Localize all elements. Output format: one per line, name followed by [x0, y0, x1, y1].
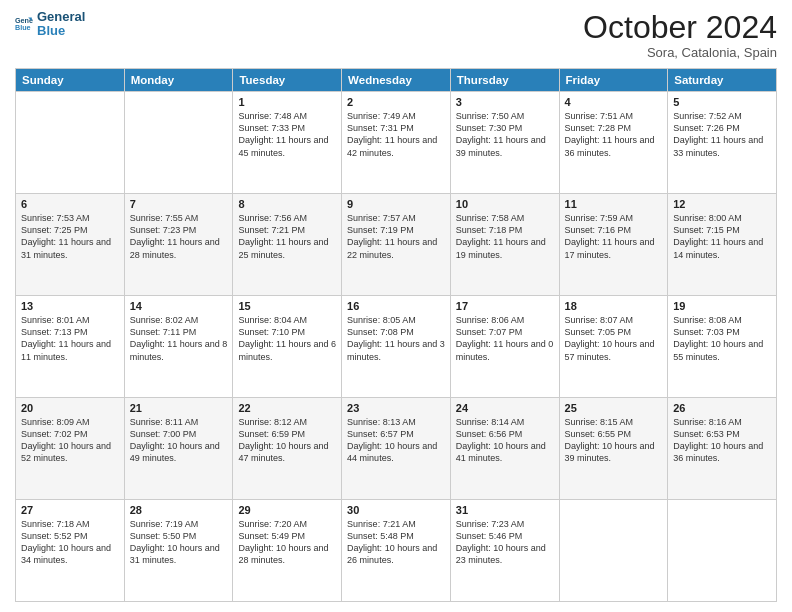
day-number: 31 [456, 504, 554, 516]
day-number: 5 [673, 96, 771, 108]
day-number: 22 [238, 402, 336, 414]
calendar-week-row: 1Sunrise: 7:48 AMSunset: 7:33 PMDaylight… [16, 92, 777, 194]
day-info: Sunrise: 7:21 AMSunset: 5:48 PMDaylight:… [347, 519, 437, 565]
header: General Blue General Blue October 2024 S… [15, 10, 777, 60]
day-info: Sunrise: 7:59 AMSunset: 7:16 PMDaylight:… [565, 213, 655, 259]
calendar-cell: 17Sunrise: 8:06 AMSunset: 7:07 PMDayligh… [450, 296, 559, 398]
day-info: Sunrise: 8:13 AMSunset: 6:57 PMDaylight:… [347, 417, 437, 463]
day-info: Sunrise: 8:06 AMSunset: 7:07 PMDaylight:… [456, 315, 554, 361]
weekday-header: Friday [559, 69, 668, 92]
calendar-cell: 9Sunrise: 7:57 AMSunset: 7:19 PMDaylight… [342, 194, 451, 296]
calendar-cell: 6Sunrise: 7:53 AMSunset: 7:25 PMDaylight… [16, 194, 125, 296]
day-number: 17 [456, 300, 554, 312]
title-block: October 2024 Sora, Catalonia, Spain [583, 10, 777, 60]
calendar-cell: 25Sunrise: 8:15 AMSunset: 6:55 PMDayligh… [559, 398, 668, 500]
calendar-cell: 15Sunrise: 8:04 AMSunset: 7:10 PMDayligh… [233, 296, 342, 398]
logo-general: General [37, 10, 85, 24]
day-info: Sunrise: 7:56 AMSunset: 7:21 PMDaylight:… [238, 213, 328, 259]
logo-blue: Blue [37, 24, 85, 38]
day-info: Sunrise: 7:18 AMSunset: 5:52 PMDaylight:… [21, 519, 111, 565]
calendar-header-row: SundayMondayTuesdayWednesdayThursdayFrid… [16, 69, 777, 92]
calendar-week-row: 20Sunrise: 8:09 AMSunset: 7:02 PMDayligh… [16, 398, 777, 500]
day-info: Sunrise: 7:48 AMSunset: 7:33 PMDaylight:… [238, 111, 328, 157]
calendar-cell: 4Sunrise: 7:51 AMSunset: 7:28 PMDaylight… [559, 92, 668, 194]
day-info: Sunrise: 8:09 AMSunset: 7:02 PMDaylight:… [21, 417, 111, 463]
weekday-header: Wednesday [342, 69, 451, 92]
weekday-header: Tuesday [233, 69, 342, 92]
day-number: 4 [565, 96, 663, 108]
calendar-cell: 20Sunrise: 8:09 AMSunset: 7:02 PMDayligh… [16, 398, 125, 500]
day-number: 14 [130, 300, 228, 312]
day-number: 24 [456, 402, 554, 414]
calendar-cell: 14Sunrise: 8:02 AMSunset: 7:11 PMDayligh… [124, 296, 233, 398]
day-number: 21 [130, 402, 228, 414]
day-number: 3 [456, 96, 554, 108]
svg-text:Blue: Blue [15, 23, 31, 32]
day-info: Sunrise: 7:58 AMSunset: 7:18 PMDaylight:… [456, 213, 546, 259]
calendar-cell: 27Sunrise: 7:18 AMSunset: 5:52 PMDayligh… [16, 500, 125, 602]
day-number: 25 [565, 402, 663, 414]
weekday-header: Thursday [450, 69, 559, 92]
day-info: Sunrise: 7:49 AMSunset: 7:31 PMDaylight:… [347, 111, 437, 157]
calendar-cell: 18Sunrise: 8:07 AMSunset: 7:05 PMDayligh… [559, 296, 668, 398]
day-info: Sunrise: 8:14 AMSunset: 6:56 PMDaylight:… [456, 417, 546, 463]
calendar-cell [559, 500, 668, 602]
page: General Blue General Blue October 2024 S… [0, 0, 792, 612]
day-info: Sunrise: 8:02 AMSunset: 7:11 PMDaylight:… [130, 315, 228, 361]
day-number: 29 [238, 504, 336, 516]
day-number: 19 [673, 300, 771, 312]
calendar-cell: 8Sunrise: 7:56 AMSunset: 7:21 PMDaylight… [233, 194, 342, 296]
day-info: Sunrise: 8:11 AMSunset: 7:00 PMDaylight:… [130, 417, 220, 463]
day-number: 9 [347, 198, 445, 210]
calendar-cell: 30Sunrise: 7:21 AMSunset: 5:48 PMDayligh… [342, 500, 451, 602]
calendar-cell: 10Sunrise: 7:58 AMSunset: 7:18 PMDayligh… [450, 194, 559, 296]
day-number: 30 [347, 504, 445, 516]
calendar-week-row: 27Sunrise: 7:18 AMSunset: 5:52 PMDayligh… [16, 500, 777, 602]
day-number: 27 [21, 504, 119, 516]
day-info: Sunrise: 7:57 AMSunset: 7:19 PMDaylight:… [347, 213, 437, 259]
calendar-cell: 5Sunrise: 7:52 AMSunset: 7:26 PMDaylight… [668, 92, 777, 194]
day-info: Sunrise: 8:08 AMSunset: 7:03 PMDaylight:… [673, 315, 763, 361]
calendar-cell [124, 92, 233, 194]
day-number: 12 [673, 198, 771, 210]
calendar-cell [16, 92, 125, 194]
day-number: 8 [238, 198, 336, 210]
calendar-cell: 26Sunrise: 8:16 AMSunset: 6:53 PMDayligh… [668, 398, 777, 500]
calendar-cell: 16Sunrise: 8:05 AMSunset: 7:08 PMDayligh… [342, 296, 451, 398]
day-number: 6 [21, 198, 119, 210]
day-number: 7 [130, 198, 228, 210]
calendar-week-row: 6Sunrise: 7:53 AMSunset: 7:25 PMDaylight… [16, 194, 777, 296]
logo-icon: General Blue [15, 15, 33, 33]
day-number: 18 [565, 300, 663, 312]
logo: General Blue General Blue [15, 10, 85, 39]
calendar-cell: 24Sunrise: 8:14 AMSunset: 6:56 PMDayligh… [450, 398, 559, 500]
day-number: 28 [130, 504, 228, 516]
calendar-cell: 11Sunrise: 7:59 AMSunset: 7:16 PMDayligh… [559, 194, 668, 296]
day-number: 2 [347, 96, 445, 108]
day-info: Sunrise: 8:16 AMSunset: 6:53 PMDaylight:… [673, 417, 763, 463]
day-info: Sunrise: 8:04 AMSunset: 7:10 PMDaylight:… [238, 315, 336, 361]
month-title: October 2024 [583, 10, 777, 45]
calendar-cell: 31Sunrise: 7:23 AMSunset: 5:46 PMDayligh… [450, 500, 559, 602]
day-number: 20 [21, 402, 119, 414]
calendar-cell: 12Sunrise: 8:00 AMSunset: 7:15 PMDayligh… [668, 194, 777, 296]
day-info: Sunrise: 8:12 AMSunset: 6:59 PMDaylight:… [238, 417, 328, 463]
day-info: Sunrise: 8:00 AMSunset: 7:15 PMDaylight:… [673, 213, 763, 259]
day-info: Sunrise: 7:51 AMSunset: 7:28 PMDaylight:… [565, 111, 655, 157]
day-info: Sunrise: 8:01 AMSunset: 7:13 PMDaylight:… [21, 315, 111, 361]
day-number: 11 [565, 198, 663, 210]
calendar-cell: 29Sunrise: 7:20 AMSunset: 5:49 PMDayligh… [233, 500, 342, 602]
calendar-cell: 19Sunrise: 8:08 AMSunset: 7:03 PMDayligh… [668, 296, 777, 398]
weekday-header: Sunday [16, 69, 125, 92]
calendar-cell: 2Sunrise: 7:49 AMSunset: 7:31 PMDaylight… [342, 92, 451, 194]
day-info: Sunrise: 7:19 AMSunset: 5:50 PMDaylight:… [130, 519, 220, 565]
location: Sora, Catalonia, Spain [583, 45, 777, 60]
calendar-cell: 7Sunrise: 7:55 AMSunset: 7:23 PMDaylight… [124, 194, 233, 296]
day-number: 10 [456, 198, 554, 210]
day-info: Sunrise: 7:55 AMSunset: 7:23 PMDaylight:… [130, 213, 220, 259]
day-number: 13 [21, 300, 119, 312]
day-number: 23 [347, 402, 445, 414]
day-info: Sunrise: 7:52 AMSunset: 7:26 PMDaylight:… [673, 111, 763, 157]
calendar-cell: 23Sunrise: 8:13 AMSunset: 6:57 PMDayligh… [342, 398, 451, 500]
day-info: Sunrise: 7:23 AMSunset: 5:46 PMDaylight:… [456, 519, 546, 565]
